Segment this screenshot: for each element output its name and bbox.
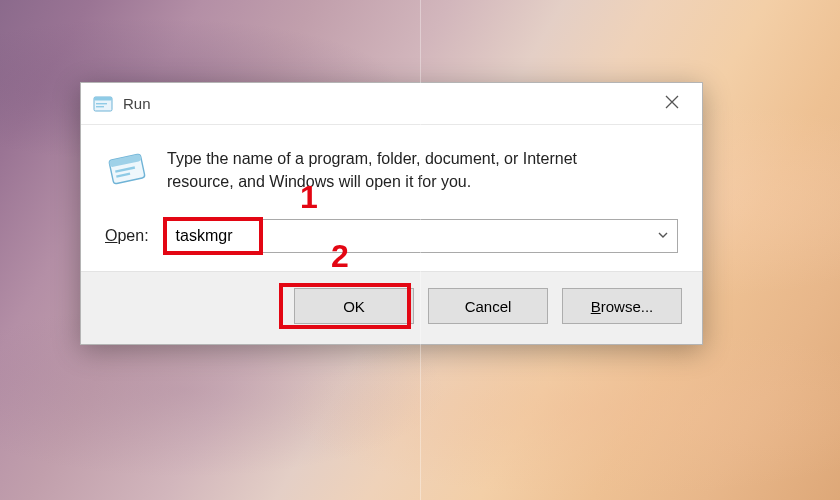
ok-button[interactable]: OK bbox=[294, 288, 414, 324]
chevron-down-icon[interactable] bbox=[657, 227, 669, 245]
browse-button[interactable]: Browse... bbox=[562, 288, 682, 324]
run-large-icon bbox=[105, 147, 149, 191]
svg-rect-1 bbox=[94, 97, 112, 101]
dialog-body: Type the name of a program, folder, docu… bbox=[81, 125, 702, 271]
dialog-description: Type the name of a program, folder, docu… bbox=[167, 147, 637, 193]
svg-rect-3 bbox=[96, 106, 104, 107]
svg-rect-2 bbox=[96, 103, 107, 104]
close-icon bbox=[665, 95, 679, 112]
run-dialog: Run Type the name of a program, folder bbox=[80, 82, 703, 345]
dialog-title: Run bbox=[123, 95, 151, 112]
open-label: Open: bbox=[105, 227, 149, 245]
open-combobox[interactable]: taskmgr bbox=[165, 219, 678, 253]
close-button[interactable] bbox=[652, 89, 692, 119]
run-icon bbox=[93, 94, 113, 114]
button-bar: OK Cancel Browse... 2 bbox=[81, 271, 702, 344]
titlebar[interactable]: Run bbox=[81, 83, 702, 125]
cancel-button[interactable]: Cancel bbox=[428, 288, 548, 324]
open-input-value: taskmgr bbox=[176, 227, 233, 245]
